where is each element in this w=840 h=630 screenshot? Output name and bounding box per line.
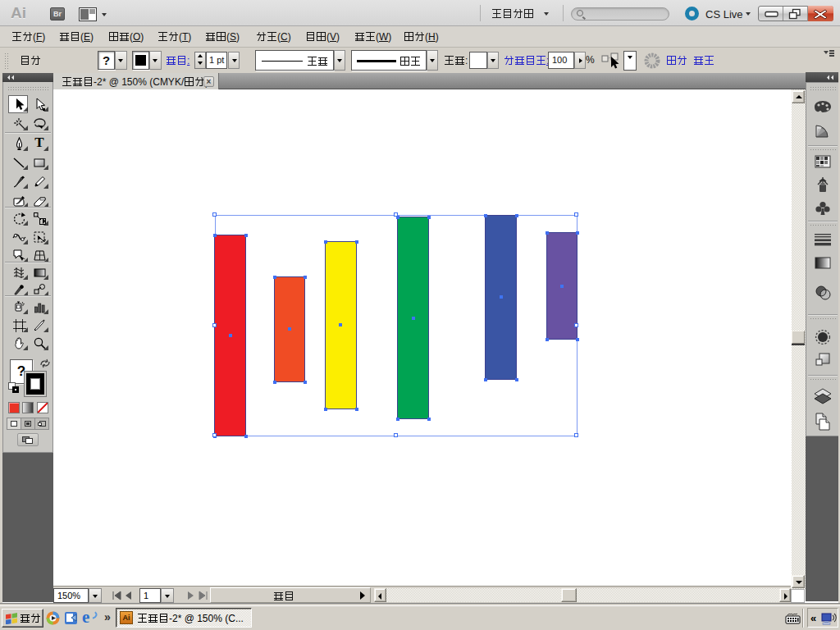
svg-text:e: e xyxy=(82,609,89,626)
